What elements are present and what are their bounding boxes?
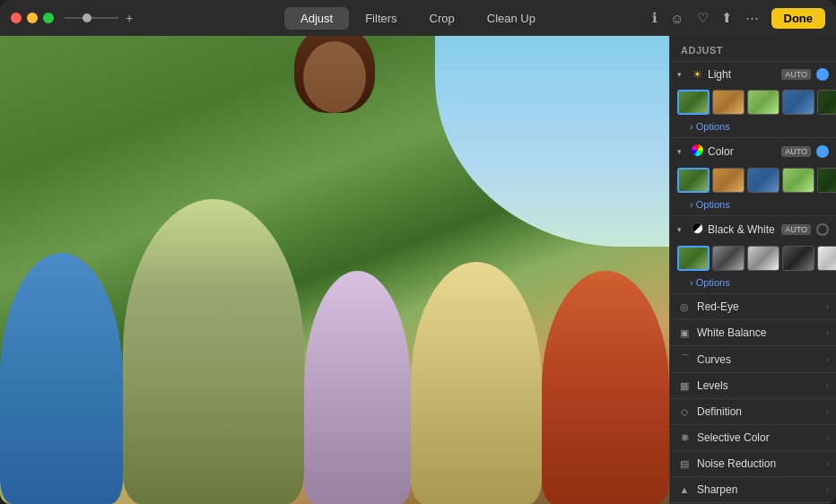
photo-background <box>0 36 669 504</box>
noise-reduction-chevron: › <box>826 459 829 468</box>
thumb-light-4[interactable] <box>817 90 836 115</box>
levels-chevron: › <box>826 381 829 390</box>
section-bw-thumbs <box>670 243 836 275</box>
white-balance-label: White Balance <box>697 326 821 339</box>
slider-thumb <box>83 13 91 22</box>
more-icon[interactable]: ⋯ <box>745 10 759 26</box>
white-balance-chevron: › <box>826 328 829 337</box>
thumb-color-0[interactable] <box>677 168 710 193</box>
section-color-chevron: ▾ <box>677 147 686 156</box>
section-light-header[interactable]: ▾ ☀ Light AUTO <box>670 62 836 87</box>
section-light-label: Light <box>708 68 778 81</box>
person-front-head <box>294 36 375 113</box>
people-group <box>0 59 669 504</box>
thumb-color-2[interactable] <box>747 168 779 193</box>
person-right <box>542 271 669 504</box>
section-color-auto[interactable]: AUTO <box>781 146 811 157</box>
red-eye-chevron: › <box>826 302 829 311</box>
thumb-light-2[interactable] <box>747 90 779 115</box>
tab-adjust[interactable]: Adjust <box>284 7 349 30</box>
tab-crop[interactable]: Crop <box>414 7 471 30</box>
info-icon[interactable]: ℹ <box>652 10 657 26</box>
maximize-button[interactable] <box>43 13 54 23</box>
section-color-thumbs <box>670 165 836 197</box>
thumb-color-1[interactable] <box>712 168 745 193</box>
tab-filters[interactable]: Filters <box>349 7 413 30</box>
color-icon <box>690 144 704 159</box>
white-balance-icon: ▣ <box>677 327 692 339</box>
panel-header: ADJUST <box>670 36 836 62</box>
emoji-icon[interactable]: ☺ <box>670 11 684 26</box>
sharpen-chevron: › <box>826 485 829 494</box>
heart-icon[interactable]: ♡ <box>697 10 709 26</box>
definition-chevron: › <box>826 407 829 416</box>
list-item-levels[interactable]: ▦ Levels › <box>670 373 836 399</box>
photo-area <box>0 36 669 504</box>
section-light: ▾ ☀ Light AUTO › Options <box>670 62 836 138</box>
section-light-chevron: ▾ <box>677 70 686 79</box>
sharpen-label: Sharpen <box>697 483 821 496</box>
selective-color-label: Selective Color <box>697 431 821 444</box>
thumb-color-4[interactable] <box>817 168 836 193</box>
right-panel: ADJUST ▾ ☀ Light AUTO › Options ▾ <box>669 36 836 504</box>
nav-tabs: Adjust Filters Crop Clean Up <box>284 7 552 30</box>
curves-icon: ⌒ <box>677 352 692 366</box>
section-bw-auto[interactable]: AUTO <box>781 224 811 235</box>
tab-cleanup[interactable]: Clean Up <box>471 7 552 30</box>
minimize-button[interactable] <box>27 13 38 23</box>
bw-icon <box>690 222 704 237</box>
red-eye-icon: ◎ <box>677 301 692 313</box>
person-right-center <box>411 262 542 504</box>
person-front <box>123 199 303 504</box>
section-bw-label: Black & White <box>708 223 778 236</box>
curves-chevron: › <box>826 355 829 364</box>
section-light-toggle[interactable] <box>816 68 829 81</box>
definition-icon: ◇ <box>677 406 692 418</box>
list-item-sharpen[interactable]: ▲ Sharpen › <box>670 477 836 503</box>
slider-track <box>65 17 118 19</box>
thumb-bw-3[interactable] <box>782 246 814 271</box>
selective-color-chevron: › <box>826 433 829 442</box>
titlebar: + Adjust Filters Crop Clean Up ℹ ☺ ♡ ⬆ ⋯… <box>0 0 836 36</box>
list-item-definition[interactable]: ◇ Definition › <box>670 399 836 425</box>
list-item-white-balance[interactable]: ▣ White Balance › <box>670 320 836 346</box>
section-color-header[interactable]: ▾ Color AUTO <box>670 138 836 165</box>
thumb-light-3[interactable] <box>782 90 814 115</box>
main-area: ADJUST ▾ ☀ Light AUTO › Options ▾ <box>0 36 836 504</box>
section-color: ▾ Color AUTO › Options <box>670 138 836 216</box>
done-button[interactable]: Done <box>771 8 826 29</box>
list-item-noise-reduction[interactable]: ▤ Noise Reduction › <box>670 451 836 477</box>
thumb-light-1[interactable] <box>712 90 745 115</box>
share-icon[interactable]: ⬆ <box>721 10 733 26</box>
light-icon: ☀ <box>690 68 704 81</box>
person-left <box>0 253 123 504</box>
section-light-auto[interactable]: AUTO <box>781 69 811 80</box>
list-item-curves[interactable]: ⌒ Curves › <box>670 346 836 373</box>
levels-label: Levels <box>697 379 821 392</box>
noise-reduction-label: Noise Reduction <box>697 457 821 470</box>
section-color-toggle[interactable] <box>816 145 829 158</box>
definition-label: Definition <box>697 405 821 418</box>
close-button[interactable] <box>11 13 22 23</box>
curves-label: Curves <box>697 353 821 366</box>
thumb-color-3[interactable] <box>782 168 814 193</box>
section-bw-toggle[interactable] <box>816 223 829 236</box>
section-color-label: Color <box>708 145 778 158</box>
list-item-red-eye[interactable]: ◎ Red-Eye › <box>670 294 836 320</box>
sharpen-icon: ▲ <box>677 484 692 495</box>
zoom-slider[interactable]: + <box>65 11 133 25</box>
list-item-selective-color[interactable]: ❋ Selective Color › <box>670 425 836 451</box>
thumb-bw-4[interactable] <box>817 246 836 271</box>
thumb-bw-1[interactable] <box>712 246 745 271</box>
thumb-bw-0[interactable] <box>677 246 710 271</box>
section-color-options[interactable]: › Options <box>670 197 836 215</box>
section-bw: ▾ Black & White AUTO › Options <box>670 216 836 294</box>
thumb-bw-2[interactable] <box>747 246 779 271</box>
section-light-options[interactable]: › Options <box>670 119 836 137</box>
section-bw-options[interactable]: › Options <box>670 275 836 293</box>
section-bw-header[interactable]: ▾ Black & White AUTO <box>670 216 836 243</box>
person-center-back <box>304 271 411 504</box>
thumb-light-0[interactable] <box>677 90 710 115</box>
zoom-plus-icon[interactable]: + <box>126 11 133 25</box>
levels-icon: ▦ <box>677 380 692 392</box>
